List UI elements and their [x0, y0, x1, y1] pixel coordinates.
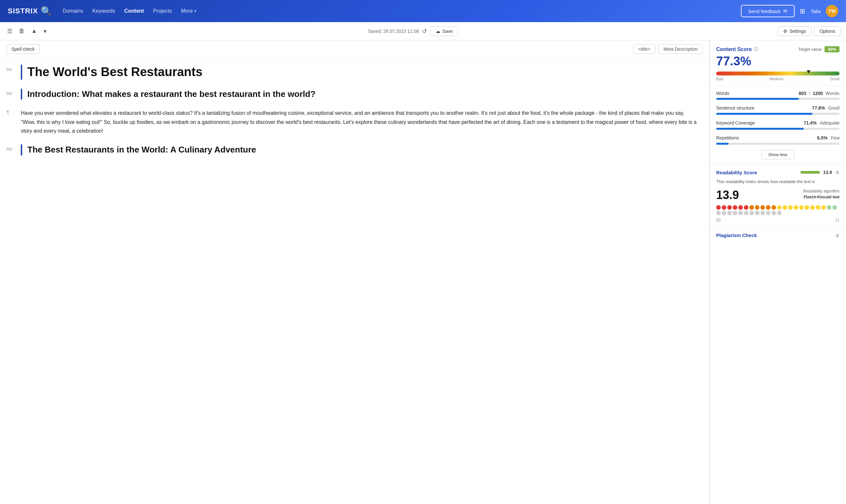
readability-dot — [782, 205, 787, 210]
keyword-coverage-fill — [716, 128, 804, 130]
arrow-down-icon[interactable]: ▾ — [42, 26, 49, 36]
readability-section: Readability Score 13.9 ∧ This readabilit… — [710, 164, 846, 227]
readability-dot — [799, 205, 804, 210]
nav-right: Send feedback ✉ ⊞ Talia TW — [741, 5, 838, 17]
toolbar-left: ☰ 🗑 ▲ ▾ — [5, 26, 49, 36]
spell-check-button[interactable]: Spell check — [6, 44, 40, 54]
repetitions-values: 6.5% Few — [817, 135, 840, 141]
target-value-container: Target value: 40% — [798, 46, 840, 52]
readability-dot — [733, 205, 737, 210]
readability-header: Readability Score 13.9 ∧ — [716, 169, 840, 176]
repetitions-bar — [716, 143, 840, 145]
readability-scale: 20 11 — [716, 218, 840, 222]
readability-dot — [750, 211, 754, 215]
nav-content[interactable]: Content — [124, 8, 144, 14]
sentence-structure-values: 77.8% Good — [812, 105, 840, 111]
readability-dot — [766, 211, 771, 215]
score-title: Content Score ⓘ — [716, 47, 758, 52]
readability-dots — [716, 205, 840, 215]
nav-more[interactable]: More▾ — [181, 8, 196, 14]
words-row: Words 803 / 1200 Words — [716, 91, 840, 96]
readability-dot — [832, 205, 837, 210]
undo-icon[interactable]: ↺ — [422, 28, 427, 35]
editor-toolbar: Spell check <title> Meta Description — [0, 40, 709, 58]
mail-icon: ✉ — [783, 8, 788, 14]
settings-button[interactable]: ⚙ Settings — [778, 26, 811, 36]
readability-collapse-icon[interactable]: ∧ — [835, 169, 840, 176]
readability-dot — [727, 205, 732, 210]
repetitions-metric: Repetitions 6.5% Few — [716, 135, 840, 145]
list-icon[interactable]: ☰ — [5, 26, 14, 36]
logo[interactable]: SISTRIX 🔍 — [8, 6, 52, 17]
save-button[interactable]: ☁ Save — [430, 26, 458, 36]
avatar[interactable]: TW — [826, 5, 838, 17]
trash-icon[interactable]: 🗑 — [17, 26, 27, 36]
readability-desc: This readability index shows how readabl… — [716, 179, 840, 185]
options-button[interactable]: Options — [814, 26, 841, 36]
readability-dot — [755, 205, 759, 210]
readability-dot — [805, 205, 809, 210]
readability-score-bar — [800, 171, 820, 174]
arrow-up-icon[interactable]: ▲ — [29, 26, 39, 36]
readability-dot — [755, 211, 759, 215]
paragraph-text[interactable]: Have you ever wondered what elevates a r… — [21, 109, 699, 135]
readability-dot — [827, 205, 831, 210]
readability-dot — [744, 205, 748, 210]
readability-dot — [727, 211, 732, 215]
h2-intro-label: H2 — [6, 89, 16, 95]
content-score-section: Content Score ⓘ Target value: 40% 77.3% … — [710, 40, 846, 86]
readability-dot — [738, 211, 743, 215]
readability-dot — [794, 205, 798, 210]
info-icon[interactable]: ⓘ — [754, 47, 758, 52]
readability-dot — [772, 205, 776, 210]
user-name: Talia — [811, 8, 821, 14]
readability-dot — [760, 211, 765, 215]
score-bar — [716, 72, 840, 75]
h1-block: H1 The World's Best Restaurants — [6, 65, 699, 80]
readability-dot — [772, 211, 776, 215]
main-layout: Spell check <title> Meta Description H1 … — [0, 40, 846, 504]
readability-dot — [733, 211, 737, 215]
readability-dot — [744, 211, 748, 215]
readability-dot — [777, 205, 781, 210]
h1-label: H1 — [6, 65, 16, 72]
readability-dot — [716, 205, 721, 210]
words-count: 803 / 1200 Words — [799, 91, 840, 96]
paragraph-icon: ¶ — [6, 109, 16, 116]
nav-keywords[interactable]: Keywords — [92, 8, 115, 14]
readability-dot — [816, 205, 820, 210]
readability-dot — [750, 205, 754, 210]
title-tag-button[interactable]: <title> — [633, 44, 655, 54]
meta-description-button[interactable]: Meta Description — [658, 44, 703, 54]
readability-dot — [760, 205, 765, 210]
keyword-coverage-bar — [716, 128, 840, 130]
show-less-button[interactable]: Show less — [761, 150, 794, 159]
grid-icon[interactable]: ⊞ — [800, 7, 805, 15]
sentence-structure-bar — [716, 113, 840, 115]
target-value-badge: 40% — [825, 46, 840, 52]
readability-dot — [766, 205, 771, 210]
h2-intro-heading[interactable]: Introduction: What makes a restaurant th… — [21, 89, 316, 100]
repetitions-header: Repetitions 6.5% Few — [716, 135, 840, 141]
words-metric: Words 803 / 1200 Words — [716, 91, 840, 100]
main-score: 77.3% — [716, 54, 840, 68]
score-labels: Bad Medium Good — [716, 77, 840, 81]
sentence-structure-metric: Sentence structure 77.8% Good — [716, 105, 840, 115]
h1-heading[interactable]: The World's Best Restaurants — [21, 65, 202, 80]
editor-panel: Spell check <title> Meta Description H1 … — [0, 40, 709, 504]
words-bar — [716, 98, 840, 100]
nav-projects[interactable]: Projects — [153, 8, 172, 14]
plagiarism-section: Plagiarism Check ∨ — [710, 227, 846, 244]
readability-dot — [738, 205, 743, 210]
readability-dot — [722, 211, 726, 215]
readability-dot — [788, 205, 793, 210]
plagiarism-collapse-icon[interactable]: ∨ — [835, 232, 840, 239]
h2-culinary-heading[interactable]: The Best Restaurants in the World: A Cul… — [21, 144, 256, 156]
h2-culinary-label: H2 — [6, 144, 16, 151]
toolbar: ☰ 🗑 ▲ ▾ Saved: 26.07.2023 11:08 ↺ ☁ Save… — [0, 22, 846, 40]
readability-dot — [722, 205, 726, 210]
nav-domains[interactable]: Domains — [63, 8, 83, 14]
readability-dot — [777, 211, 781, 215]
feedback-button[interactable]: Send feedback ✉ — [741, 5, 795, 17]
sidebar-panel: Content Score ⓘ Target value: 40% 77.3% … — [709, 40, 846, 504]
